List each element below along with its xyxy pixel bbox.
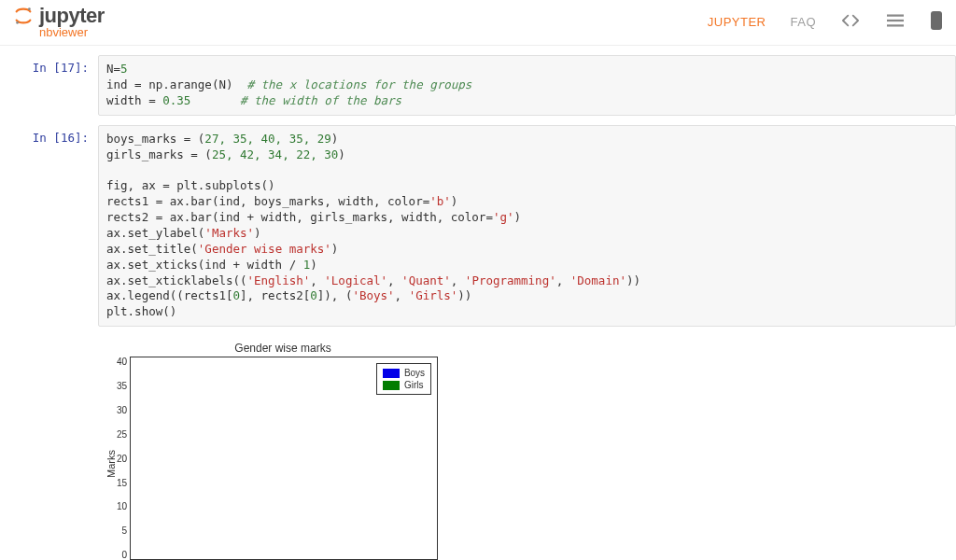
chart-plot-area: BoysGirls	[130, 357, 438, 560]
legend-label: Boys	[404, 367, 425, 379]
chart-title: Gender wise marks	[105, 342, 460, 355]
ytick: 0	[122, 550, 128, 560]
brand-subtitle: nbviewer	[39, 25, 88, 39]
svg-point-0	[28, 7, 31, 10]
cell-source[interactable]: boys_marks = (27, 35, 40, 35, 29) girls_…	[98, 125, 956, 328]
ytick: 20	[117, 454, 127, 464]
ytick: 40	[117, 357, 127, 367]
ytick: 30	[117, 405, 127, 415]
ytick: 35	[117, 381, 127, 391]
legend-swatch	[383, 381, 400, 390]
ytick: 10	[117, 501, 127, 511]
logo[interactable]: jupyter nbviewer	[13, 4, 105, 39]
legend-label: Girls	[404, 379, 424, 391]
notebook-content: In [17]: N=5 ind = np.arange(N) # the x …	[0, 46, 956, 560]
legend-swatch	[383, 369, 400, 378]
ytick: 15	[117, 478, 127, 488]
svg-rect-5	[931, 11, 942, 30]
svg-point-1	[16, 21, 19, 24]
ytick: 25	[117, 429, 127, 440]
cell-source[interactable]: N=5 ind = np.arange(N) # the x locations…	[98, 55, 956, 116]
cell-prompt: In [16]:	[0, 125, 98, 328]
jupyter-logo-icon	[13, 6, 34, 26]
nav: JUPYTER FAQ	[708, 10, 943, 34]
chart-legend: BoysGirls	[376, 363, 431, 395]
bar-chart: Gender wise marks Marks 4035302520151050…	[105, 342, 460, 560]
code-cell-16: In [16]: boys_marks = (27, 35, 40, 35, 2…	[0, 125, 956, 328]
nav-link-jupyter[interactable]: JUPYTER	[708, 15, 766, 29]
menu-lines-icon[interactable]	[885, 12, 906, 32]
chart-ylabel: Marks	[105, 357, 117, 560]
extra-icon[interactable]	[930, 10, 943, 34]
code-cell-17: In [17]: N=5 ind = np.arange(N) # the x …	[0, 55, 956, 116]
legend-row: Girls	[383, 379, 425, 391]
chart-yaxis: 4035302520151050	[117, 357, 130, 560]
header-bar: jupyter nbviewer JUPYTER FAQ	[0, 0, 956, 46]
cell-output-chart: Gender wise marks Marks 4035302520151050…	[98, 336, 956, 560]
nav-link-faq[interactable]: FAQ	[790, 15, 816, 29]
ytick: 5	[122, 525, 128, 536]
legend-row: Boys	[383, 367, 425, 379]
code-icon[interactable]	[840, 12, 861, 32]
cell-prompt: In [17]:	[0, 55, 98, 116]
